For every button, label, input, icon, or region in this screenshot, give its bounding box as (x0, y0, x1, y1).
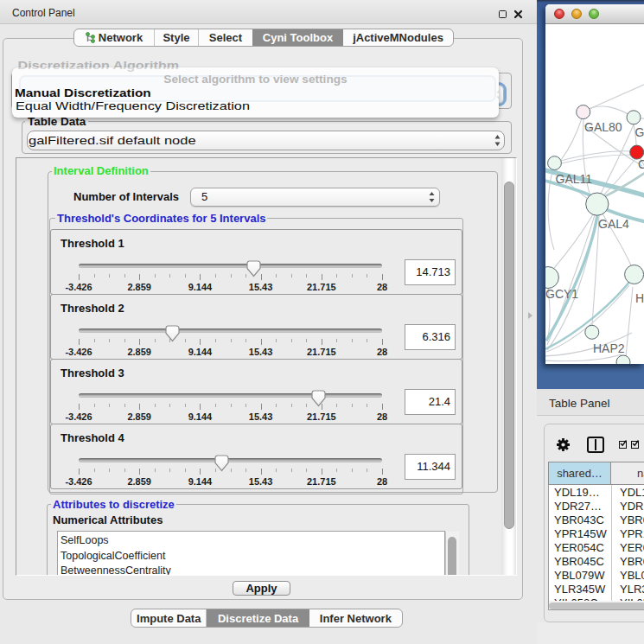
svg-text:H: H (635, 291, 644, 305)
svg-text:GAL11: GAL11 (556, 172, 593, 186)
svg-text:GAL80: GAL80 (584, 120, 622, 134)
svg-text:GA: GA (635, 125, 644, 139)
svg-text:GAL4: GAL4 (598, 217, 629, 231)
svg-text:C: C (638, 157, 644, 171)
svg-text:HAP2: HAP2 (593, 341, 625, 355)
svg-text:GCY1: GCY1 (545, 287, 578, 301)
